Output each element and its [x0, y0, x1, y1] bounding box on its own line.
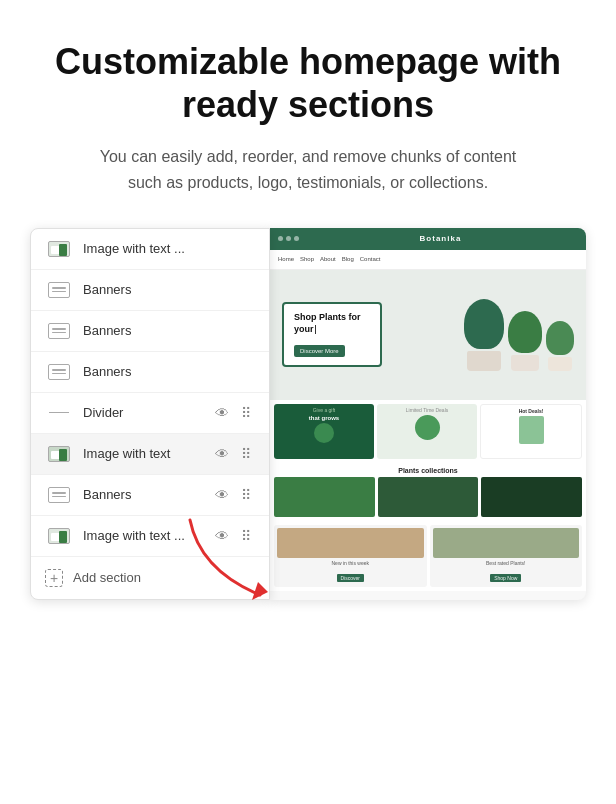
eye-icon-banners4[interactable]: 👁	[213, 486, 231, 504]
hero-button: Discover More	[294, 345, 345, 357]
sidebar-label-8: Image with text ...	[83, 528, 203, 543]
nav-link-home: Home	[278, 256, 294, 262]
nav-link-about: About	[320, 256, 336, 262]
image-with-text-icon-3	[45, 526, 73, 546]
image-with-text-2-actions: 👁 ⠿	[213, 445, 255, 463]
card-hot-label: Hot Deals!	[481, 405, 581, 414]
sidebar-item-divider[interactable]: Divider 👁 ⠿	[31, 393, 269, 434]
add-section-label: Add section	[73, 570, 141, 585]
sidebar-label-2: Banners	[83, 282, 255, 297]
collections-section: Plants collections	[270, 463, 586, 521]
collection-2	[378, 477, 479, 517]
hero-plants	[464, 299, 574, 371]
bottom-card-img-1	[277, 528, 424, 558]
sidebar-label-5: Divider	[83, 405, 203, 420]
image-with-text-3-actions: 👁 ⠿	[213, 527, 255, 545]
card-hot: Hot Deals!	[480, 404, 582, 459]
nav-bar: Home Shop About Blog Contact	[270, 250, 586, 270]
page-container: Customizable homepage with ready section…	[0, 0, 616, 630]
eye-icon-divider[interactable]: 👁	[213, 404, 231, 422]
hero-section: Shop Plants foryour Discover More	[270, 270, 586, 400]
browser-bar: Botanika	[270, 228, 586, 250]
sidebar-item-image-with-text-1[interactable]: Image with text ...	[31, 229, 269, 270]
bottom-card-btn-1: Discover	[337, 574, 364, 582]
sidebar-label-4: Banners	[83, 364, 255, 379]
banners-icon-3	[45, 362, 73, 382]
bottom-row: New in this week Discover Best rated Pla…	[270, 521, 586, 591]
card-gift: Give a gift that grows	[274, 404, 374, 459]
sidebar-label-1: Image with text ...	[83, 241, 255, 256]
plant-small	[546, 321, 574, 371]
sidebar-item-image-with-text-2[interactable]: Image with text 👁 ⠿	[31, 434, 269, 475]
image-with-text-icon-2	[45, 444, 73, 464]
collections-grid	[274, 477, 582, 517]
nav-link-blog: Blog	[342, 256, 354, 262]
eye-icon-img2[interactable]: 👁	[213, 445, 231, 463]
banners-icon-1	[45, 280, 73, 300]
sidebar-item-banners-2[interactable]: Banners	[31, 311, 269, 352]
browser-dots	[278, 236, 299, 241]
cards-row: Give a gift that grows Limited Time Deal…	[270, 400, 586, 463]
divider-actions: 👁 ⠿	[213, 404, 255, 422]
add-section-icon: +	[45, 569, 63, 587]
bottom-card-rated: Best rated Plants! Shop Now	[430, 525, 583, 587]
page-title: Customizable homepage with ready section…	[30, 40, 586, 126]
sidebar-item-image-with-text-3[interactable]: Image with text ... 👁 ⠿	[31, 516, 269, 557]
browser-dot-1	[278, 236, 283, 241]
collections-title: Plants collections	[274, 467, 582, 474]
card-gift-label: Give a gift	[274, 404, 374, 413]
sidebar-label-7: Banners	[83, 487, 203, 502]
nav-link-shop: Shop	[300, 256, 314, 262]
bottom-card-label-1: New in this week	[277, 560, 424, 566]
banners-4-actions: 👁 ⠿	[213, 486, 255, 504]
banners-icon-2	[45, 321, 73, 341]
mockup-container: Image with text ... Banners	[30, 228, 586, 600]
sidebar-label-3: Banners	[83, 323, 255, 338]
sidebar-panel: Image with text ... Banners	[30, 228, 270, 600]
nav-link-contact: Contact	[360, 256, 381, 262]
divider-icon	[45, 403, 73, 423]
drag-icon-img3[interactable]: ⠿	[237, 527, 255, 545]
hero-text-box: Shop Plants foryour Discover More	[282, 302, 382, 367]
drag-icon-banners4[interactable]: ⠿	[237, 486, 255, 504]
hero-text-title: Shop Plants foryour	[294, 312, 370, 335]
add-section-button[interactable]: + Add section	[31, 557, 269, 599]
plant-large	[464, 299, 504, 371]
collection-1	[274, 477, 375, 517]
bottom-card-label-2: Best rated Plants!	[433, 560, 580, 566]
sidebar-item-banners-4[interactable]: Banners 👁 ⠿	[31, 475, 269, 516]
sidebar-item-banners-1[interactable]: Banners	[31, 270, 269, 311]
browser-dot-2	[286, 236, 291, 241]
card-gift-title: that grows	[274, 413, 374, 423]
banners-icon-4	[45, 485, 73, 505]
image-with-text-icon-1	[45, 239, 73, 259]
card-deals: Limited Time Deals	[377, 404, 477, 459]
website-preview: Botanika Home Shop About Blog Contact Sh…	[270, 228, 586, 600]
browser-dot-3	[294, 236, 299, 241]
plant-medium	[508, 311, 542, 371]
drag-icon-img2[interactable]: ⠿	[237, 445, 255, 463]
bottom-card-btn-2: Shop Now	[490, 574, 521, 582]
bottom-card-new: New in this week Discover	[274, 525, 427, 587]
collection-3	[481, 477, 582, 517]
drag-icon-divider[interactable]: ⠿	[237, 404, 255, 422]
nav-links: Home Shop About Blog Contact	[278, 256, 380, 262]
page-subtitle: You can easily add, reorder, and remove …	[98, 144, 518, 195]
site-logo: Botanika	[303, 234, 578, 243]
card-deals-label: Limited Time Deals	[377, 404, 477, 413]
bottom-card-img-2	[433, 528, 580, 558]
eye-icon-img3[interactable]: 👁	[213, 527, 231, 545]
sidebar-item-banners-3[interactable]: Banners	[31, 352, 269, 393]
sidebar-label-6: Image with text	[83, 446, 203, 461]
